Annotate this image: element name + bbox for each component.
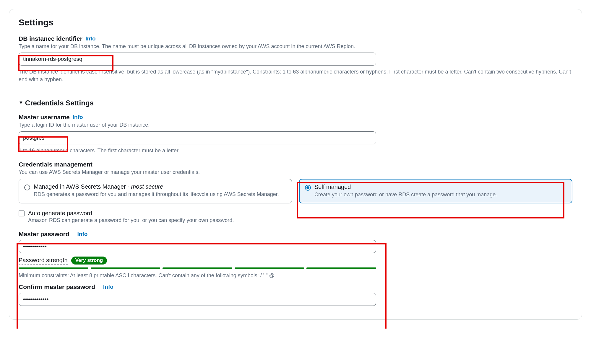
- auto-generate-checkbox-row[interactable]: Auto generate password Amazon RDS can ge…: [19, 210, 572, 223]
- auto-generate-desc: Amazon RDS can generate a password for y…: [28, 217, 234, 223]
- master-username-label: Master username: [19, 114, 70, 121]
- db-identifier-constraints: The DB instance identifier is case-insen…: [19, 68, 572, 83]
- credentials-management-field: Credentials management You can use AWS S…: [19, 161, 572, 203]
- db-identifier-label: DB instance identifier: [19, 35, 82, 42]
- master-password-label: Master password: [19, 231, 69, 238]
- option-title-italic: most secure: [131, 183, 163, 190]
- master-username-description: Type a login ID for the master user of y…: [19, 121, 572, 129]
- checkbox-icon: [19, 210, 25, 216]
- master-username-constraints: 1 to 16 alphanumeric characters. The fir…: [19, 147, 572, 154]
- radio-icon: [24, 185, 30, 190]
- master-username-info-link[interactable]: Info: [73, 114, 83, 120]
- strength-segment: [306, 267, 376, 269]
- confirm-password-info-link[interactable]: Info: [103, 284, 113, 290]
- master-username-field: Master username Info Type a login ID for…: [19, 114, 572, 154]
- option-self-managed[interactable]: Self managed Create your own password or…: [299, 179, 572, 203]
- settings-heading: Settings: [19, 17, 572, 27]
- strength-segment: [91, 267, 160, 269]
- caret-down-icon: ▼: [19, 100, 23, 105]
- password-strength-meter: [19, 267, 376, 269]
- vertical-divider-icon: [73, 231, 73, 237]
- master-password-info-link[interactable]: Info: [77, 231, 88, 237]
- db-identifier-description: Type a name for your DB instance. The na…: [19, 43, 572, 50]
- master-username-input[interactable]: [19, 131, 376, 144]
- credentials-section-toggle[interactable]: ▼ Credentials Settings: [19, 99, 572, 107]
- password-strength-label: Password strength: [19, 257, 68, 265]
- strength-segment: [19, 267, 88, 269]
- auto-generate-label: Auto generate password: [28, 210, 234, 217]
- option-title-main: Self managed: [314, 184, 351, 190]
- confirm-password-input[interactable]: [19, 293, 376, 306]
- strength-segment: [163, 267, 232, 269]
- option-title-main: Managed in AWS Secrets Manager -: [34, 183, 131, 190]
- confirm-password-label: Confirm master password: [19, 283, 95, 290]
- db-identifier-field: DB instance identifier Info Type a name …: [19, 35, 572, 83]
- master-password-input[interactable]: [19, 240, 376, 253]
- vertical-divider-icon: [99, 284, 99, 290]
- option-desc: RDS generates a password for you and man…: [34, 191, 279, 198]
- section-divider: [9, 91, 582, 91]
- password-strength-badge: Very strong: [71, 257, 107, 265]
- radio-icon: [305, 185, 311, 191]
- credentials-management-description: You can use AWS Secrets Manager or manag…: [19, 169, 572, 176]
- master-password-constraints: Minimum constraints: At least 8 printabl…: [19, 272, 572, 279]
- credentials-management-label: Credentials management: [19, 161, 572, 168]
- strength-segment: [235, 267, 304, 269]
- db-identifier-info-link[interactable]: Info: [85, 35, 96, 42]
- confirm-password-field: Confirm master password Info: [19, 283, 572, 306]
- db-identifier-input[interactable]: [19, 53, 376, 66]
- settings-panel: Settings DB instance identifier Info Typ…: [9, 9, 582, 320]
- option-managed-secrets-manager[interactable]: Managed in AWS Secrets Manager - most se…: [19, 179, 292, 203]
- credentials-section-title: Credentials Settings: [25, 99, 94, 107]
- option-desc: Create your own password or have RDS cre…: [314, 191, 497, 198]
- master-password-field: Master password Info Password strength V…: [19, 231, 572, 279]
